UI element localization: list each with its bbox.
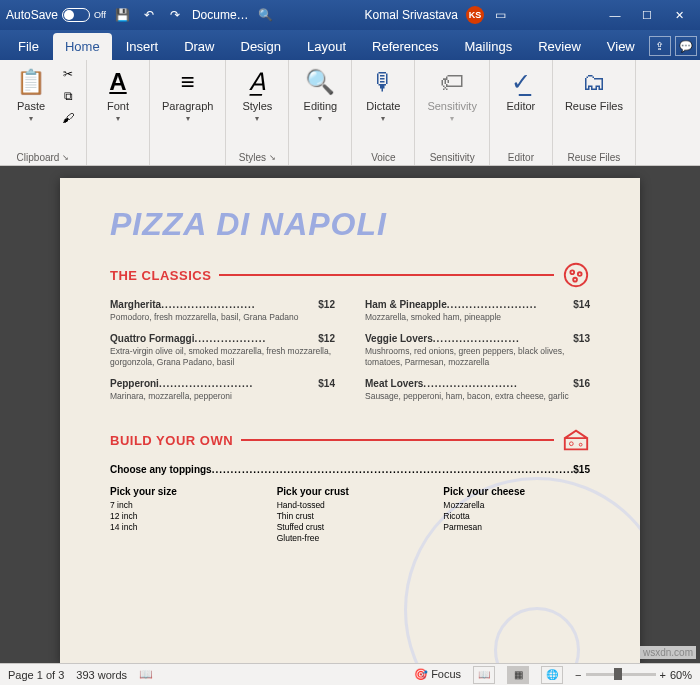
title-bar: AutoSave Off 💾 ↶ ↷ Docume… 🔍 Komal Sriva… xyxy=(0,0,700,30)
svg-point-5 xyxy=(579,443,582,446)
cut-icon[interactable]: ✂ xyxy=(58,64,78,84)
cheese-icon xyxy=(562,426,590,454)
group-voice: 🎙 Dictate ▾ Voice xyxy=(352,60,415,165)
font-icon: A xyxy=(109,66,126,98)
pizza-icon xyxy=(562,261,590,289)
tab-view[interactable]: View xyxy=(595,33,647,60)
ribbon-tabs: File Home Insert Draw Design Layout Refe… xyxy=(0,30,700,60)
share-button[interactable]: ⇪ xyxy=(649,36,671,56)
tab-draw[interactable]: Draw xyxy=(172,33,226,60)
zoom-control[interactable]: − + 60% xyxy=(575,669,692,681)
page-indicator[interactable]: Page 1 of 3 xyxy=(8,669,64,681)
font-button[interactable]: A Font ▾ xyxy=(95,64,141,125)
svg-point-0 xyxy=(565,264,587,286)
tab-home[interactable]: Home xyxy=(53,33,112,60)
tab-insert[interactable]: Insert xyxy=(114,33,171,60)
word-count[interactable]: 393 words xyxy=(76,669,127,681)
format-painter-icon[interactable]: 🖌 xyxy=(58,108,78,128)
chevron-down-icon: ▾ xyxy=(29,114,33,123)
autosave-toggle[interactable]: AutoSave Off xyxy=(6,8,106,22)
redo-icon[interactable]: ↷ xyxy=(166,6,184,24)
styles-button[interactable]: A̲ Styles ▾ xyxy=(234,64,280,125)
group-sensitivity: 🏷 Sensitivity ▾ Sensitivity xyxy=(415,60,490,165)
svg-point-2 xyxy=(578,272,582,276)
group-editor: ✓̲ Editor Editor xyxy=(490,60,553,165)
menu-item: Ham & Pineapple........................ … xyxy=(365,299,590,323)
spellcheck-icon[interactable]: 📖 xyxy=(139,668,153,681)
reuse-files-button[interactable]: 🗂 Reuse Files xyxy=(561,64,627,114)
zoom-out-icon[interactable]: − xyxy=(575,669,581,681)
svg-point-1 xyxy=(570,270,574,274)
svg-point-3 xyxy=(573,278,577,282)
section-byo: BUILD YOUR OWN xyxy=(110,426,590,454)
section-classics: THE CLASSICS xyxy=(110,261,590,289)
menu-item: Veggie Lovers .......................$13… xyxy=(365,333,590,368)
toggle-switch-icon xyxy=(62,8,90,22)
divider xyxy=(241,439,554,441)
undo-icon[interactable]: ↶ xyxy=(140,6,158,24)
zoom-slider[interactable] xyxy=(586,673,656,676)
paragraph-button[interactable]: ≡ Paragraph ▾ xyxy=(158,64,217,125)
group-reuse-files: 🗂 Reuse Files Reuse Files xyxy=(553,60,636,165)
chevron-down-icon: ▾ xyxy=(318,114,322,123)
chevron-down-icon: ▾ xyxy=(381,114,385,123)
editing-button[interactable]: 🔍 Editing ▾ xyxy=(297,64,343,125)
document-page[interactable]: PIZZA DI NAPOLI THE CLASSICS Margherita … xyxy=(60,178,640,663)
close-button[interactable]: ✕ xyxy=(664,0,694,30)
print-layout-icon[interactable]: ▦ xyxy=(507,666,529,684)
save-icon[interactable]: 💾 xyxy=(114,6,132,24)
document-area[interactable]: PIZZA DI NAPOLI THE CLASSICS Margherita … xyxy=(0,166,700,663)
tab-review[interactable]: Review xyxy=(526,33,593,60)
tab-mailings[interactable]: Mailings xyxy=(453,33,525,60)
divider xyxy=(219,274,554,276)
sensitivity-button[interactable]: 🏷 Sensitivity ▾ xyxy=(423,64,481,125)
tab-file[interactable]: File xyxy=(6,33,51,60)
tab-design[interactable]: Design xyxy=(229,33,293,60)
menu-item: Pepperoni .........................$14Ma… xyxy=(110,378,335,402)
svg-point-4 xyxy=(569,442,573,446)
byo-options: Pick your size 7 inch 12 inch 14 inch Pi… xyxy=(110,485,590,544)
paste-icon: 📋 xyxy=(16,66,46,98)
autosave-state: Off xyxy=(94,10,106,20)
find-icon: 🔍 xyxy=(305,66,335,98)
maximize-button[interactable]: ☐ xyxy=(632,0,662,30)
document-name[interactable]: Docume… xyxy=(192,8,249,22)
zoom-level[interactable]: 60% xyxy=(670,669,692,681)
read-mode-icon[interactable]: 📖 xyxy=(473,666,495,684)
chevron-down-icon: ▾ xyxy=(186,114,190,123)
group-clipboard: 📋 Paste ▾ ✂ ⧉ 🖌 Clipboard↘ xyxy=(0,60,87,165)
copy-icon[interactable]: ⧉ xyxy=(58,86,78,106)
dialog-launcher-icon[interactable]: ↘ xyxy=(62,153,69,162)
minimize-button[interactable]: — xyxy=(600,0,630,30)
dialog-launcher-icon[interactable]: ↘ xyxy=(269,153,276,162)
menu-item: Margherita ......................... $12… xyxy=(110,299,335,323)
ribbon-options-icon[interactable]: ▭ xyxy=(492,6,510,24)
editor-button[interactable]: ✓̲ Editor xyxy=(498,64,544,114)
group-paragraph: ≡ Paragraph ▾ xyxy=(150,60,226,165)
menu-item: Quattro Formaggi...................$12Ex… xyxy=(110,333,335,368)
autosave-label: AutoSave xyxy=(6,8,58,22)
files-icon: 🗂 xyxy=(582,66,606,98)
byo-price-line: Choose any toppings.....................… xyxy=(110,464,590,475)
paragraph-icon: ≡ xyxy=(181,66,195,98)
user-name: Komal Srivastava xyxy=(365,8,458,22)
microphone-icon: 🎙 xyxy=(371,66,395,98)
dictate-button[interactable]: 🎙 Dictate ▾ xyxy=(360,64,406,125)
status-bar: Page 1 of 3 393 words 📖 🎯 Focus 📖 ▦ 🌐 − … xyxy=(0,663,700,685)
tab-references[interactable]: References xyxy=(360,33,450,60)
watermark: wsxdn.com xyxy=(640,646,696,659)
search-icon[interactable]: 🔍 xyxy=(257,6,275,24)
tab-layout[interactable]: Layout xyxy=(295,33,358,60)
editor-icon: ✓̲ xyxy=(511,66,531,98)
chevron-down-icon: ▾ xyxy=(450,114,454,123)
comments-button[interactable]: 💬 xyxy=(675,36,697,56)
menu-item: Meat Lovers .........................$16… xyxy=(365,378,590,402)
web-layout-icon[interactable]: 🌐 xyxy=(541,666,563,684)
focus-mode[interactable]: 🎯 Focus xyxy=(414,668,461,681)
group-styles: A̲ Styles ▾ Styles↘ xyxy=(226,60,289,165)
user-avatar[interactable]: KS xyxy=(466,6,484,24)
paste-button[interactable]: 📋 Paste ▾ xyxy=(8,64,54,125)
ribbon: 📋 Paste ▾ ✂ ⧉ 🖌 Clipboard↘ A Font ▾ ≡ xyxy=(0,60,700,166)
zoom-in-icon[interactable]: + xyxy=(660,669,666,681)
styles-icon: A̲ xyxy=(249,66,265,98)
